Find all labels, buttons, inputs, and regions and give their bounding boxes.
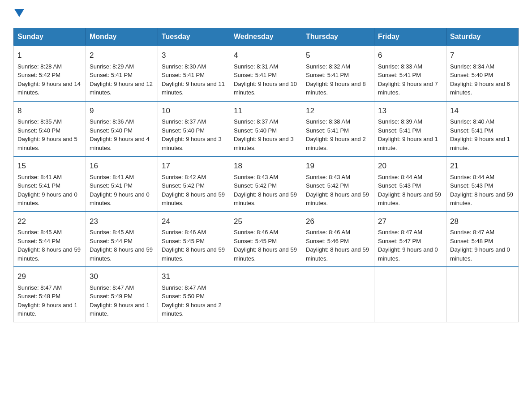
calendar-day-cell: 23 Sunrise: 8:45 AMSunset: 5:44 PMDaylig… — [86, 212, 158, 267]
calendar-week-row: 22 Sunrise: 8:45 AMSunset: 5:44 PMDaylig… — [14, 212, 519, 267]
calendar-day-cell: 22 Sunrise: 8:45 AMSunset: 5:44 PMDaylig… — [14, 212, 86, 267]
day-number: 31 — [162, 271, 226, 283]
calendar-day-cell: 3 Sunrise: 8:30 AMSunset: 5:41 PMDayligh… — [158, 46, 230, 101]
calendar-day-cell: 29 Sunrise: 8:47 AMSunset: 5:48 PMDaylig… — [14, 267, 86, 322]
calendar-day-cell: 31 Sunrise: 8:47 AMSunset: 5:50 PMDaylig… — [158, 267, 230, 322]
calendar-week-row: 8 Sunrise: 8:35 AMSunset: 5:40 PMDayligh… — [14, 101, 519, 157]
day-info: Sunrise: 8:38 AMSunset: 5:41 PMDaylight:… — [306, 118, 366, 151]
calendar-day-cell: 4 Sunrise: 8:31 AMSunset: 5:41 PMDayligh… — [230, 46, 302, 101]
day-number: 17 — [162, 160, 226, 172]
day-number: 11 — [234, 105, 298, 117]
day-number: 15 — [17, 160, 82, 172]
calendar-week-row: 29 Sunrise: 8:47 AMSunset: 5:48 PMDaylig… — [14, 267, 519, 322]
calendar-header-row: Sunday Monday Tuesday Wednesday Thursday… — [14, 28, 519, 46]
calendar-day-cell: 18 Sunrise: 8:43 AMSunset: 5:42 PMDaylig… — [230, 156, 302, 212]
day-number: 10 — [162, 105, 226, 117]
day-info: Sunrise: 8:36 AMSunset: 5:40 PMDaylight:… — [90, 118, 150, 151]
calendar-day-cell: 16 Sunrise: 8:41 AMSunset: 5:41 PMDaylig… — [86, 156, 158, 212]
calendar-day-cell: 10 Sunrise: 8:37 AMSunset: 5:40 PMDaylig… — [158, 101, 230, 157]
day-info: Sunrise: 8:45 AMSunset: 5:44 PMDaylight:… — [90, 229, 153, 262]
header-thursday: Thursday — [302, 28, 374, 46]
calendar-day-cell: 20 Sunrise: 8:44 AMSunset: 5:43 PMDaylig… — [374, 156, 446, 212]
day-number: 14 — [450, 105, 515, 117]
day-info: Sunrise: 8:41 AMSunset: 5:41 PMDaylight:… — [17, 174, 77, 207]
day-number: 16 — [90, 160, 154, 172]
day-number: 21 — [450, 160, 515, 172]
day-number: 22 — [17, 216, 82, 227]
day-info: Sunrise: 8:44 AMSunset: 5:43 PMDaylight:… — [378, 174, 441, 207]
calendar-day-cell: 25 Sunrise: 8:46 AMSunset: 5:45 PMDaylig… — [230, 212, 302, 267]
day-info: Sunrise: 8:33 AMSunset: 5:41 PMDaylight:… — [378, 63, 438, 96]
day-number: 7 — [450, 50, 515, 61]
calendar-day-cell — [446, 267, 519, 322]
day-info: Sunrise: 8:46 AMSunset: 5:45 PMDaylight:… — [162, 229, 225, 262]
svg-marker-0 — [14, 9, 24, 17]
logo-arrow-icon — [14, 9, 24, 17]
day-info: Sunrise: 8:30 AMSunset: 5:41 PMDaylight:… — [162, 63, 225, 96]
day-info: Sunrise: 8:39 AMSunset: 5:41 PMDaylight:… — [378, 118, 438, 151]
calendar-day-cell: 21 Sunrise: 8:44 AMSunset: 5:43 PMDaylig… — [446, 156, 519, 212]
day-number: 3 — [162, 50, 226, 61]
day-info: Sunrise: 8:47 AMSunset: 5:48 PMDaylight:… — [17, 284, 77, 317]
day-info: Sunrise: 8:32 AMSunset: 5:41 PMDaylight:… — [306, 63, 366, 96]
day-number: 24 — [162, 216, 226, 227]
day-info: Sunrise: 8:47 AMSunset: 5:48 PMDaylight:… — [450, 229, 510, 262]
day-info: Sunrise: 8:46 AMSunset: 5:45 PMDaylight:… — [234, 229, 297, 262]
day-number: 1 — [17, 50, 82, 61]
day-info: Sunrise: 8:45 AMSunset: 5:44 PMDaylight:… — [17, 229, 81, 262]
day-number: 5 — [306, 50, 370, 61]
day-info: Sunrise: 8:43 AMSunset: 5:42 PMDaylight:… — [306, 174, 369, 207]
day-info: Sunrise: 8:41 AMSunset: 5:41 PMDaylight:… — [90, 174, 150, 207]
header-monday: Monday — [86, 28, 158, 46]
calendar-table: Sunday Monday Tuesday Wednesday Thursday… — [13, 28, 519, 322]
day-info: Sunrise: 8:43 AMSunset: 5:42 PMDaylight:… — [234, 174, 297, 207]
day-number: 19 — [306, 160, 370, 172]
calendar-day-cell — [374, 267, 446, 322]
day-info: Sunrise: 8:37 AMSunset: 5:40 PMDaylight:… — [234, 118, 294, 151]
calendar-day-cell: 5 Sunrise: 8:32 AMSunset: 5:41 PMDayligh… — [302, 46, 374, 101]
calendar-day-cell: 1 Sunrise: 8:28 AMSunset: 5:42 PMDayligh… — [14, 46, 86, 101]
day-number: 20 — [378, 160, 442, 172]
day-info: Sunrise: 8:35 AMSunset: 5:40 PMDaylight:… — [17, 118, 77, 151]
calendar-day-cell: 17 Sunrise: 8:42 AMSunset: 5:42 PMDaylig… — [158, 156, 230, 212]
calendar-day-cell: 7 Sunrise: 8:34 AMSunset: 5:40 PMDayligh… — [446, 46, 519, 101]
day-number: 8 — [17, 105, 82, 117]
calendar-week-row: 1 Sunrise: 8:28 AMSunset: 5:42 PMDayligh… — [14, 46, 519, 101]
calendar-day-cell: 11 Sunrise: 8:37 AMSunset: 5:40 PMDaylig… — [230, 101, 302, 157]
day-info: Sunrise: 8:47 AMSunset: 5:47 PMDaylight:… — [378, 229, 438, 262]
day-number: 27 — [378, 216, 442, 227]
day-number: 25 — [234, 216, 298, 227]
calendar-day-cell: 8 Sunrise: 8:35 AMSunset: 5:40 PMDayligh… — [14, 101, 86, 157]
day-number: 26 — [306, 216, 370, 227]
day-number: 28 — [450, 216, 515, 227]
day-info: Sunrise: 8:44 AMSunset: 5:43 PMDaylight:… — [450, 174, 513, 207]
day-info: Sunrise: 8:31 AMSunset: 5:41 PMDaylight:… — [234, 63, 297, 96]
calendar-week-row: 15 Sunrise: 8:41 AMSunset: 5:41 PMDaylig… — [14, 156, 519, 212]
calendar-day-cell: 2 Sunrise: 8:29 AMSunset: 5:41 PMDayligh… — [86, 46, 158, 101]
calendar-day-cell: 26 Sunrise: 8:46 AMSunset: 5:46 PMDaylig… — [302, 212, 374, 267]
calendar-day-cell: 15 Sunrise: 8:41 AMSunset: 5:41 PMDaylig… — [14, 156, 86, 212]
day-info: Sunrise: 8:42 AMSunset: 5:42 PMDaylight:… — [162, 174, 225, 207]
header-wednesday: Wednesday — [230, 28, 302, 46]
day-info: Sunrise: 8:28 AMSunset: 5:42 PMDaylight:… — [17, 63, 81, 96]
logo — [13, 9, 24, 19]
calendar-day-cell: 19 Sunrise: 8:43 AMSunset: 5:42 PMDaylig… — [302, 156, 374, 212]
header-sunday: Sunday — [14, 28, 86, 46]
header-friday: Friday — [374, 28, 446, 46]
day-number: 13 — [378, 105, 442, 117]
day-info: Sunrise: 8:29 AMSunset: 5:41 PMDaylight:… — [90, 63, 153, 96]
day-info: Sunrise: 8:40 AMSunset: 5:41 PMDaylight:… — [450, 118, 510, 151]
day-number: 4 — [234, 50, 298, 61]
day-number: 29 — [17, 271, 82, 283]
calendar-day-cell: 30 Sunrise: 8:47 AMSunset: 5:49 PMDaylig… — [86, 267, 158, 322]
day-number: 23 — [90, 216, 154, 227]
calendar-day-cell: 9 Sunrise: 8:36 AMSunset: 5:40 PMDayligh… — [86, 101, 158, 157]
day-number: 18 — [234, 160, 298, 172]
calendar-day-cell — [302, 267, 374, 322]
calendar-day-cell: 14 Sunrise: 8:40 AMSunset: 5:41 PMDaylig… — [446, 101, 519, 157]
page-header — [13, 9, 519, 19]
day-info: Sunrise: 8:37 AMSunset: 5:40 PMDaylight:… — [162, 118, 222, 151]
calendar-day-cell: 12 Sunrise: 8:38 AMSunset: 5:41 PMDaylig… — [302, 101, 374, 157]
day-number: 2 — [90, 50, 154, 61]
calendar-day-cell: 27 Sunrise: 8:47 AMSunset: 5:47 PMDaylig… — [374, 212, 446, 267]
